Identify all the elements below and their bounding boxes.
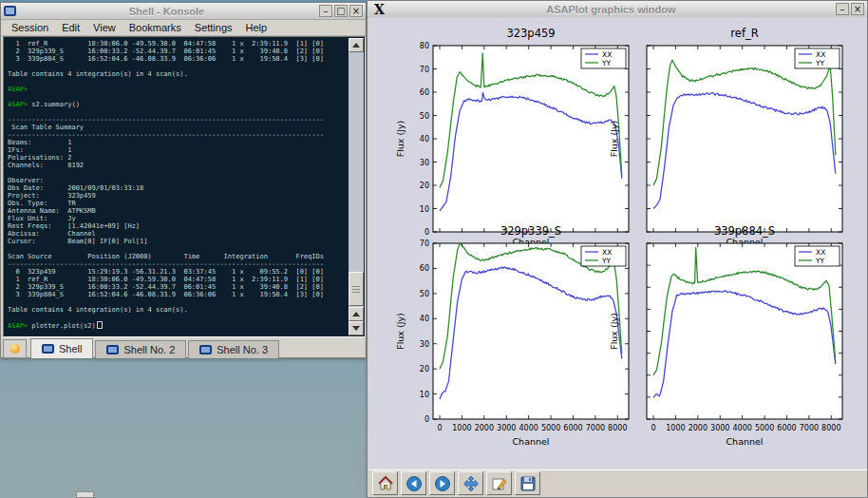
tab-label: Shell No. 2 [123,344,175,355]
pan-icon [462,475,480,492]
svg-text:8000: 8000 [821,424,840,432]
forward-button[interactable] [429,471,455,495]
terminal-output[interactable]: 1 ref_R 18:30:06.0 -49.59.30.0 04:47:58 … [5,38,349,335]
menu-session[interactable]: Session [5,21,55,34]
new-session-icon [10,344,20,354]
konsole-titlebar[interactable]: Shell - Konsole –□× [1,3,366,20]
terminal-line: ASAP> [8,86,349,93]
asaplot-titlebar[interactable]: X ASAPlot graphics window –× [368,1,867,18]
menu-help[interactable]: Help [239,21,274,34]
terminal-line [8,169,349,177]
close-button[interactable]: × [851,3,864,15]
minimize-button[interactable]: – [319,5,332,17]
terminal-line: 1 ref_R 18:30:06.0 -49.59.30.0 04:47:58 … [8,40,349,48]
new-session-button[interactable] [3,339,27,358]
svg-text:70: 70 [420,239,429,248]
save-icon [519,475,537,492]
desktop: { "colors": { "desktop_top": "#6d98b6", … [0,0,868,498]
minimize-button[interactable]: – [836,3,849,15]
svg-text:0: 0 [425,415,429,424]
terminal-line: Observer: [8,177,349,184]
terminal-line: Flux Unit: Jy [8,215,349,222]
back-button[interactable] [401,471,426,495]
terminal-line: Polarisations: 2 [8,154,349,162]
svg-text:YY: YY [815,59,825,67]
svg-text:3000: 3000 [710,424,729,432]
terminal-monitor-icon [106,345,119,354]
terminal-line: Scan Source Position (J2000) Time Integr… [8,253,349,260]
subplots-button[interactable] [486,471,512,495]
terminal-line: 0 323p459 15:29:19.3 -56.31.21.3 03:37:4… [8,268,349,276]
scroll-down-icon [352,326,360,331]
svg-text:Channel: Channel [512,436,549,447]
scroll-up-button[interactable] [349,38,364,52]
scroll-up-button-2[interactable] [349,307,364,321]
tab-shell-no-2[interactable]: Shell No. 2 [95,340,186,358]
svg-text:60: 60 [420,88,429,97]
svg-text:6000: 6000 [563,424,582,432]
save-button[interactable] [515,471,540,495]
menu-edit[interactable]: Edit [55,21,86,34]
terminal-line [8,78,349,86]
back-icon [406,475,423,492]
svg-text:YY: YY [815,257,825,265]
menu-bookmarks[interactable]: Bookmarks [123,21,188,34]
scroll-down-button[interactable] [349,321,364,335]
terminal-line [8,314,349,321]
asaplot-window-title: ASAPlot graphics window [388,4,834,15]
home-button[interactable] [372,471,398,495]
menu-view[interactable]: View [86,21,123,34]
terminal-line: ----------------------------------------… [8,131,349,139]
svg-text:4000: 4000 [732,424,751,432]
terminal-line: 2 329p339_S 16:00:33.2 -52.44.39.7 06:01… [8,283,349,291]
svg-text:10: 10 [420,205,429,214]
terminal-line [8,245,349,253]
scroll-up-icon [352,312,360,316]
asaplot-titlebar-buttons: –× [834,3,864,15]
scrollbar-thumb[interactable] [349,272,364,306]
svg-text:XX: XX [816,50,825,59]
subplot-339p884_S[interactable]: 010002000300040005000600070008000XXYY339… [604,220,857,455]
svg-text:30: 30 [420,340,429,349]
terminal-line: ----------------------------------------… [8,116,349,124]
maximize-button[interactable]: □ [334,5,348,17]
svg-text:3000: 3000 [497,424,516,432]
terminal-line: IFs: 1 [8,146,349,154]
svg-text:6000: 6000 [777,424,796,432]
terminal-line: Table contains 4 integration(s) in 4 sca… [8,70,349,78]
svg-text:Flux (Jy): Flux (Jy) [395,313,406,350]
svg-text:20: 20 [420,365,429,374]
home-icon [377,475,394,492]
terminal-monitor-icon [199,345,212,354]
svg-text:70: 70 [420,66,429,74]
svg-text:323p459: 323p459 [506,27,555,40]
svg-text:4000: 4000 [519,424,538,432]
svg-text:Flux (Jy): Flux (Jy) [609,313,619,350]
svg-text:Channel: Channel [726,436,763,447]
svg-text:5000: 5000 [541,424,560,432]
terminal-line: Channels: 8192 [8,162,349,169]
tab-shell-no-3[interactable]: Shell No. 3 [188,340,279,358]
tab-shell[interactable]: Shell [30,338,93,358]
terminal-line: Obs. Type: TR [8,200,349,207]
svg-text:50: 50 [420,112,429,121]
terminal-line [8,298,349,306]
svg-text:2000: 2000 [475,424,494,432]
svg-text:2000: 2000 [689,424,708,432]
close-button[interactable]: × [349,5,363,17]
svg-text:0: 0 [437,424,442,432]
svg-text:Flux (Jy): Flux (Jy) [395,121,406,158]
pan-button[interactable] [458,471,483,495]
terminal-scrollbar[interactable] [349,38,364,335]
svg-text:1000: 1000 [666,424,685,432]
svg-text:7000: 7000 [586,424,605,432]
svg-text:60: 60 [420,264,429,273]
terminal-line: Scan Table Summary [8,124,349,131]
terminal-line: 2 329p339_S 16:00:33.2 -52.44.39.7 06:01… [8,48,349,55]
menu-settings[interactable]: Settings [188,21,239,34]
terminal-line: 1 ref_R 18:30:06.0 -49.59.30.0 04:47:58 … [8,276,349,283]
svg-text:80: 80 [420,42,429,50]
terminal-line: Rest Freqs: [1.42041e+09] [Hz] [8,222,349,230]
terminal-line: ----------------------------------------… [8,260,349,268]
terminal-line: 3 339p884_S 16:52:04.6 -46.08.33.9 06:36… [8,55,349,63]
